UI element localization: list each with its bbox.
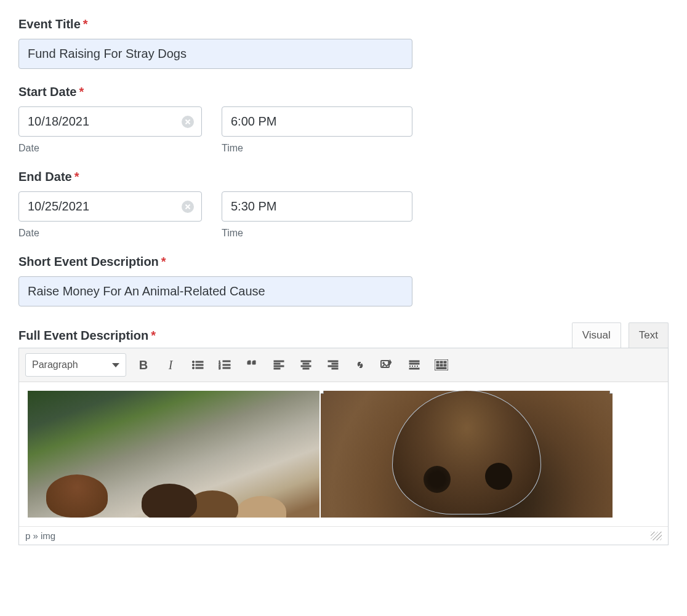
short-desc-label-text: Short Event Description <box>18 255 159 268</box>
svg-rect-3 <box>196 361 203 362</box>
tab-visual[interactable]: Visual <box>572 322 621 348</box>
svg-rect-25 <box>332 368 338 369</box>
start-time-sublabel: Time <box>222 143 412 154</box>
content-image-left[interactable] <box>28 391 319 518</box>
bullet-list-button[interactable] <box>188 355 207 375</box>
end-date-col: Date <box>18 191 202 239</box>
toolbar-toggle-button[interactable] <box>432 355 451 375</box>
full-desc-label-text: Full Event Description <box>18 329 148 342</box>
svg-rect-5 <box>196 364 203 366</box>
start-date-input[interactable] <box>18 106 202 137</box>
editor-footer: p » img <box>19 526 668 545</box>
svg-point-2 <box>192 361 194 362</box>
short-desc-label: Short Event Description* <box>18 255 669 269</box>
editor-content[interactable] <box>19 382 668 526</box>
svg-rect-17 <box>274 368 280 369</box>
svg-rect-7 <box>196 367 203 369</box>
editor-resize-handle[interactable] <box>651 532 662 540</box>
end-date-sublabel: Date <box>18 228 202 239</box>
svg-rect-18 <box>301 361 311 362</box>
end-time-input[interactable] <box>222 191 412 222</box>
end-date-input-wrap <box>18 191 202 222</box>
svg-point-27 <box>383 362 385 364</box>
start-date-label: Start Date* <box>18 85 669 99</box>
end-date-input[interactable] <box>18 191 202 222</box>
event-title-group: Event Title* <box>18 17 669 69</box>
read-more-button[interactable] <box>404 355 424 375</box>
svg-rect-16 <box>274 366 284 367</box>
svg-point-6 <box>192 367 194 369</box>
svg-rect-9 <box>223 361 230 362</box>
event-title-label: Event Title* <box>18 17 669 31</box>
blockquote-button[interactable] <box>242 355 262 375</box>
short-desc-input[interactable] <box>18 276 412 306</box>
align-right-button[interactable] <box>323 355 343 375</box>
svg-rect-22 <box>328 361 338 362</box>
svg-rect-24 <box>328 366 338 367</box>
resize-handle-icon[interactable] <box>609 391 613 394</box>
required-asterisk: * <box>83 17 88 31</box>
chevron-down-icon <box>112 363 119 367</box>
bold-button[interactable]: B <box>134 355 153 375</box>
svg-rect-32 <box>436 361 439 363</box>
svg-rect-11 <box>223 364 230 366</box>
svg-rect-38 <box>436 367 446 369</box>
short-desc-group: Short Event Description* <box>18 255 669 306</box>
svg-rect-33 <box>440 361 443 363</box>
editor-toolbar: Paragraph B I 123 <box>19 348 668 382</box>
svg-rect-23 <box>332 363 338 364</box>
link-button[interactable] <box>350 355 370 375</box>
required-asterisk: * <box>74 170 79 183</box>
start-time-col: Time <box>222 106 412 154</box>
end-time-input-wrap <box>222 191 412 222</box>
editor-box: Paragraph B I 123 <box>18 348 669 545</box>
editor-tabs: Visual Text <box>572 322 669 348</box>
italic-button[interactable]: I <box>161 355 180 375</box>
svg-text:3: 3 <box>219 366 221 370</box>
svg-rect-35 <box>436 364 439 366</box>
svg-rect-21 <box>303 368 309 369</box>
event-title-label-text: Event Title <box>18 17 81 31</box>
start-date-row: Date Time <box>18 106 669 154</box>
start-date-sublabel: Date <box>18 143 202 154</box>
svg-rect-28 <box>409 361 419 362</box>
svg-rect-14 <box>274 361 284 362</box>
svg-rect-34 <box>444 361 446 363</box>
svg-rect-37 <box>444 364 446 366</box>
resize-handle-icon[interactable] <box>321 391 324 394</box>
event-title-input[interactable] <box>18 39 412 69</box>
align-center-button[interactable] <box>296 355 316 375</box>
format-select-value: Paragraph <box>32 359 78 370</box>
required-asterisk: * <box>79 85 84 98</box>
start-time-input[interactable] <box>222 106 412 137</box>
clear-date-icon[interactable] <box>181 200 195 214</box>
end-date-label-text: End Date <box>18 170 72 183</box>
svg-rect-15 <box>274 363 280 364</box>
full-desc-header: Full Event Description* Visual Text <box>18 322 669 348</box>
end-date-group: End Date* Date Time <box>18 170 669 239</box>
svg-rect-19 <box>303 363 309 364</box>
svg-rect-30 <box>409 368 419 369</box>
svg-rect-13 <box>223 367 230 369</box>
end-date-label: End Date* <box>18 170 669 184</box>
full-desc-group: Full Event Description* Visual Text Para… <box>18 322 669 545</box>
clear-date-icon[interactable] <box>181 115 195 129</box>
start-date-label-text: Start Date <box>18 85 76 98</box>
insert-media-button[interactable] <box>377 355 397 375</box>
svg-rect-36 <box>440 364 443 366</box>
svg-point-4 <box>192 364 194 366</box>
start-date-col: Date <box>18 106 202 154</box>
tab-text[interactable]: Text <box>629 322 669 348</box>
end-time-sublabel: Time <box>222 228 412 239</box>
end-date-row: Date Time <box>18 191 669 239</box>
element-path[interactable]: p » img <box>25 530 55 541</box>
svg-rect-20 <box>301 366 311 367</box>
content-image-right[interactable] <box>321 391 613 518</box>
required-asterisk: * <box>161 255 166 268</box>
format-select[interactable]: Paragraph <box>25 353 126 377</box>
required-asterisk: * <box>151 329 156 342</box>
full-desc-label: Full Event Description* <box>18 329 156 343</box>
numbered-list-button[interactable]: 123 <box>215 355 235 375</box>
align-left-button[interactable] <box>269 355 289 375</box>
end-time-col: Time <box>222 191 412 239</box>
